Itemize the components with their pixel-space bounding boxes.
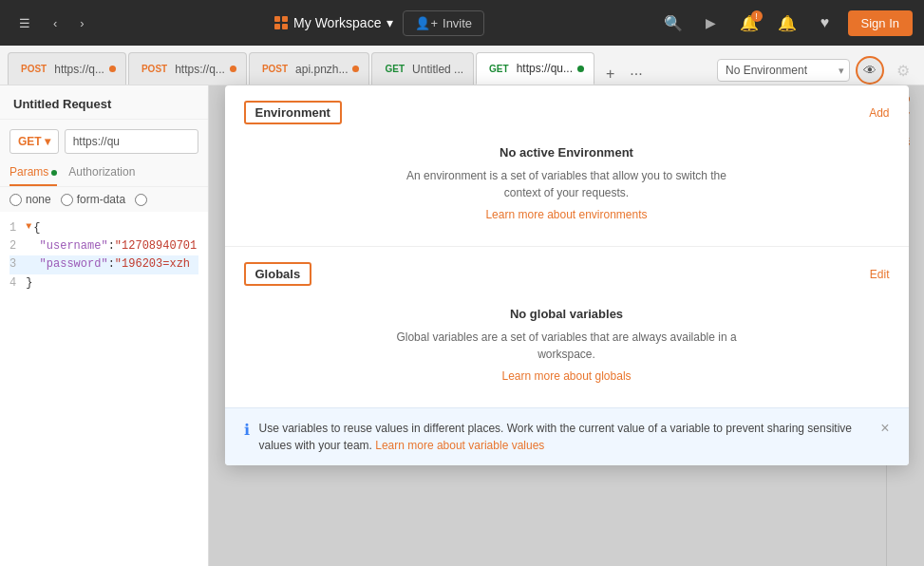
tab-url-3: Untitled ... xyxy=(412,63,463,76)
nav-forward-button[interactable]: › xyxy=(72,10,91,36)
workspace-button[interactable]: My Workspace ▾ xyxy=(265,9,403,36)
globals-section: Globals Edit No global variables Global … xyxy=(225,247,909,407)
nav-menu-button[interactable]: ☰ xyxy=(11,10,38,36)
tab-more-button[interactable]: ··· xyxy=(624,64,648,85)
invite-label: Invite xyxy=(443,16,472,30)
nav-back-button[interactable]: ‹ xyxy=(46,10,65,36)
grid-icon xyxy=(274,16,288,29)
tab-bar: POST https://q... POST https://q... POST… xyxy=(0,46,924,85)
back-icon: ‹ xyxy=(53,16,57,30)
env-description: An environment is a set of variables tha… xyxy=(244,167,890,201)
heart-icon-btn[interactable]: ♥ xyxy=(810,8,840,38)
method-row: GET ▾ https://qu xyxy=(0,120,208,160)
tab-4[interactable]: GET https://qu... xyxy=(476,52,594,85)
radio-other[interactable] xyxy=(135,194,147,206)
tab-3[interactable]: GET Untitled ... xyxy=(371,52,474,85)
tab-2[interactable]: POST api.pnzh... xyxy=(249,52,370,85)
invite-icon: 👤+ xyxy=(415,16,438,30)
runner-icon: ▶ xyxy=(706,15,716,30)
request-tabs: Params Authorization xyxy=(0,160,208,187)
tab-0[interactable]: POST https://q... xyxy=(8,52,126,85)
sidebar: Untitled Request GET ▾ https://qu Params… xyxy=(0,85,209,566)
globals-description: Global variables are a set of variables … xyxy=(244,329,890,363)
search-icon: 🔍 xyxy=(664,14,683,32)
environment-section-title: Environment xyxy=(244,101,342,124)
globals-section-header: Globals Edit xyxy=(244,262,890,286)
gear-icon: ⚙ xyxy=(896,62,910,80)
runner-icon-btn[interactable]: ▶ xyxy=(696,8,726,38)
notification-icon-btn[interactable]: 🔔! xyxy=(734,8,764,38)
tab-method-2: POST xyxy=(259,63,291,75)
main-area: Untitled Request GET ▾ https://qu Params… xyxy=(0,85,924,566)
globals-section-title: Globals xyxy=(244,262,312,286)
env-area: No Environment 👁 ⚙ xyxy=(717,56,916,85)
variable-values-learn-link[interactable]: Learn more about variable values xyxy=(375,439,544,452)
navbar-left: ☰ ‹ › xyxy=(11,10,92,36)
code-line-2: 2 "username":"12708940701 xyxy=(9,237,198,255)
tab-dot-4 xyxy=(577,66,584,72)
workspace-label: My Workspace xyxy=(293,15,381,30)
authorization-tab[interactable]: Authorization xyxy=(68,160,135,186)
info-icon: ℹ xyxy=(244,421,250,439)
tab-url-2: api.pnzh... xyxy=(295,63,348,76)
workspace-dropdown-icon: ▾ xyxy=(387,15,393,30)
radio-form-data[interactable]: form-data xyxy=(61,193,125,206)
method-value: GET xyxy=(18,135,42,148)
tab-add-button[interactable]: + xyxy=(600,64,620,85)
tab-dot-0 xyxy=(109,66,116,72)
tab-url-4: https://qu... xyxy=(517,62,573,75)
tab-method-0: POST xyxy=(18,63,49,75)
eye-icon: 👁 xyxy=(863,63,877,78)
code-line-4: 4 } xyxy=(9,274,198,292)
no-global-vars-title: No global variables xyxy=(244,307,890,321)
search-icon-btn[interactable]: 🔍 xyxy=(658,8,688,38)
navbar: ☰ ‹ › My Workspace ▾ 👤+ Invite 🔍 ▶ xyxy=(0,0,924,46)
params-dot xyxy=(51,170,57,176)
params-tab[interactable]: Params xyxy=(9,160,57,186)
method-dropdown-icon: ▾ xyxy=(45,135,50,148)
navbar-center: My Workspace ▾ 👤+ Invite xyxy=(100,9,651,36)
env-learn-link[interactable]: Learn more about environments xyxy=(485,208,647,221)
forward-icon: › xyxy=(80,16,84,30)
info-close-button[interactable]: × xyxy=(880,420,889,437)
no-active-env-title: No active Environment xyxy=(244,145,890,160)
env-select-wrap: No Environment xyxy=(717,59,850,82)
environment-section: Environment Add No active Environment An… xyxy=(225,85,909,247)
invite-button[interactable]: 👤+ Invite xyxy=(403,10,484,36)
environment-section-body: No active Environment An environment is … xyxy=(244,136,890,231)
info-text: Use variables to reuse values in differe… xyxy=(259,420,872,454)
code-editor: 1 ▼ { 2 "username":"12708940701 3 "passw… xyxy=(0,212,208,566)
tab-url-1: https://q... xyxy=(175,63,225,76)
environment-section-header: Environment Add xyxy=(244,101,890,124)
env-panel: Environment Add No active Environment An… xyxy=(225,85,909,465)
sign-in-button[interactable]: Sign In xyxy=(848,10,913,36)
tab-method-1: POST xyxy=(139,63,170,75)
env-overlay: Environment Add No active Environment An… xyxy=(209,85,924,566)
globals-body: No global variables Global variables are… xyxy=(244,297,890,392)
tab-method-4: GET xyxy=(486,63,512,75)
env-eye-button[interactable]: 👁 xyxy=(856,56,884,85)
env-select[interactable]: No Environment xyxy=(717,59,850,82)
navbar-right: 🔍 ▶ 🔔! 🔔 ♥ Sign In xyxy=(658,8,913,38)
heart-icon: ♥ xyxy=(820,14,830,31)
env-gear-button[interactable]: ⚙ xyxy=(890,57,916,84)
content-area: Code tify Environment Add No active Envi… xyxy=(209,85,924,566)
tab-url-0: https://q... xyxy=(54,63,104,76)
add-environment-link[interactable]: Add xyxy=(869,106,889,120)
menu-icon: ☰ xyxy=(19,16,30,30)
globals-learn-link[interactable]: Learn more about globals xyxy=(501,369,631,383)
code-line-1: 1 ▼ { xyxy=(9,219,198,237)
info-banner: ℹ Use variables to reuse values in diffe… xyxy=(225,407,909,465)
tab-dot-2 xyxy=(352,66,359,72)
url-input-display: https://qu xyxy=(65,129,198,154)
edit-globals-link[interactable]: Edit xyxy=(870,268,890,281)
settings-icon-btn[interactable]: 🔔 xyxy=(772,8,802,38)
settings-icon: 🔔 xyxy=(778,14,797,32)
method-select[interactable]: GET ▾ xyxy=(9,129,59,154)
tab-method-3: GET xyxy=(382,63,407,75)
notification-icon: 🔔! xyxy=(740,14,759,32)
tab-dot-1 xyxy=(230,66,236,72)
request-title: Untitled Request xyxy=(0,85,208,120)
tab-1[interactable]: POST https://q... xyxy=(128,52,247,85)
radio-none[interactable]: none xyxy=(9,193,51,206)
